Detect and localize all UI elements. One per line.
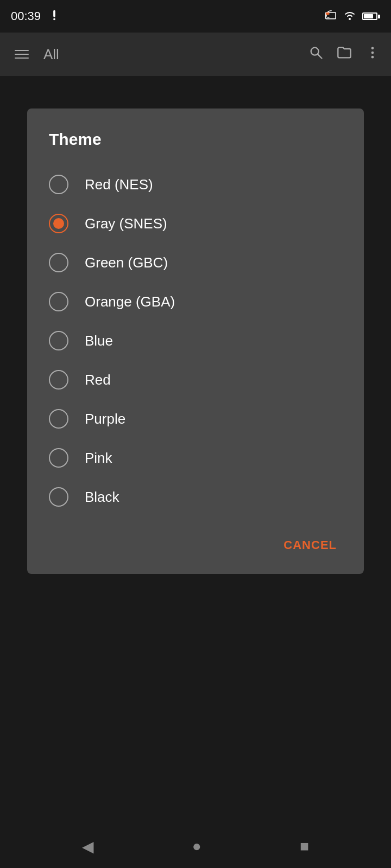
radio-circle-black [49, 487, 68, 507]
search-icon[interactable] [308, 45, 324, 64]
toolbar: All [0, 33, 391, 76]
svg-point-5 [349, 18, 351, 20]
nav-recent-icon[interactable]: ■ [300, 838, 309, 855]
radio-circle-purple [49, 409, 68, 429]
svg-point-9 [371, 51, 374, 54]
radio-label-black: Black [85, 489, 119, 506]
radio-circle-green-gbc [49, 253, 68, 272]
radio-circle-blue [49, 331, 68, 350]
nav-back-icon[interactable]: ◀ [82, 838, 94, 856]
svg-point-10 [371, 55, 374, 58]
folder-icon[interactable] [337, 45, 352, 64]
radio-item-pink[interactable]: Pink [49, 438, 342, 477]
svg-rect-3 [327, 17, 329, 18]
radio-item-red[interactable]: Red [49, 360, 342, 399]
radio-item-green-gbc[interactable]: Green (GBC) [49, 243, 342, 282]
radio-circle-gray-snes [49, 214, 68, 233]
dialog-title: Theme [49, 130, 342, 149]
toolbar-title: All [43, 46, 298, 63]
radio-item-orange-gba[interactable]: Orange (GBA) [49, 282, 342, 321]
wifi-icon [343, 10, 357, 23]
radio-item-gray-snes[interactable]: Gray (SNES) [49, 204, 342, 243]
radio-label-pink: Pink [85, 450, 112, 467]
menu-icon[interactable] [11, 50, 33, 59]
radio-item-red-nes[interactable]: Red (NES) [49, 165, 342, 204]
radio-circle-red-nes [49, 175, 68, 194]
nav-bar: ◀ ● ■ [0, 825, 391, 868]
cast-icon [324, 10, 337, 23]
svg-line-7 [318, 54, 322, 58]
svg-rect-1 [53, 18, 55, 20]
radio-label-green-gbc: Green (GBC) [85, 254, 168, 271]
radio-circle-red [49, 370, 68, 390]
main-content: Theme Red (NES)Gray (SNES)Green (GBC)Ora… [0, 76, 391, 825]
radio-label-blue: Blue [85, 333, 113, 349]
radio-label-red: Red [85, 372, 111, 388]
svg-point-8 [371, 47, 374, 49]
radio-item-blue[interactable]: Blue [49, 321, 342, 360]
status-bar: 00:39 [0, 0, 391, 33]
radio-label-gray-snes: Gray (SNES) [85, 215, 167, 232]
status-time: 00:39 [11, 9, 41, 23]
radio-circle-orange-gba [49, 292, 68, 311]
radio-label-orange-gba: Orange (GBA) [85, 293, 175, 310]
status-left: 00:39 [11, 9, 60, 24]
svg-rect-0 [53, 10, 55, 17]
radio-label-purple: Purple [85, 411, 125, 427]
status-alert-icon [48, 9, 60, 24]
theme-dialog: Theme Red (NES)Gray (SNES)Green (GBC)Ora… [27, 108, 364, 574]
cancel-button[interactable]: CANCEL [278, 533, 342, 558]
toolbar-actions [308, 45, 380, 64]
battery-icon [362, 12, 380, 20]
dialog-actions: CANCEL [49, 527, 342, 558]
nav-home-icon[interactable]: ● [192, 838, 201, 855]
more-options-icon[interactable] [365, 45, 380, 64]
radio-circle-pink [49, 448, 68, 468]
radio-label-red-nes: Red (NES) [85, 176, 153, 193]
radio-item-purple[interactable]: Purple [49, 399, 342, 438]
svg-rect-4 [326, 12, 330, 15]
radio-item-black[interactable]: Black [49, 477, 342, 516]
theme-radio-group: Red (NES)Gray (SNES)Green (GBC)Orange (G… [49, 165, 342, 516]
status-right [324, 10, 380, 23]
